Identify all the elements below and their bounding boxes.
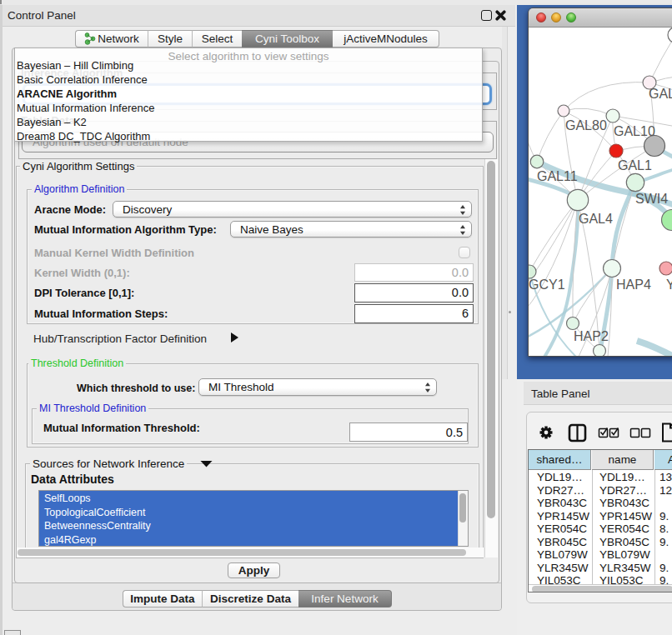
- svg-text:GAL4: GAL4: [579, 212, 613, 226]
- svg-text:HAP4: HAP4: [616, 278, 651, 292]
- svg-text:GAL11: GAL11: [537, 169, 578, 183]
- svg-text:GAL10: GAL10: [614, 124, 655, 138]
- svg-text:GAL80: GAL80: [565, 118, 607, 132]
- svg-text:GCY1: GCY1: [529, 278, 565, 292]
- svg-text:HAP2: HAP2: [574, 329, 609, 343]
- svg-text:GAL1: GAL1: [618, 158, 652, 172]
- svg-text:SWI4: SWI4: [635, 192, 668, 206]
- svg-text:Y: Y: [666, 278, 672, 292]
- svg-text:GAL7: GAL7: [649, 87, 672, 101]
